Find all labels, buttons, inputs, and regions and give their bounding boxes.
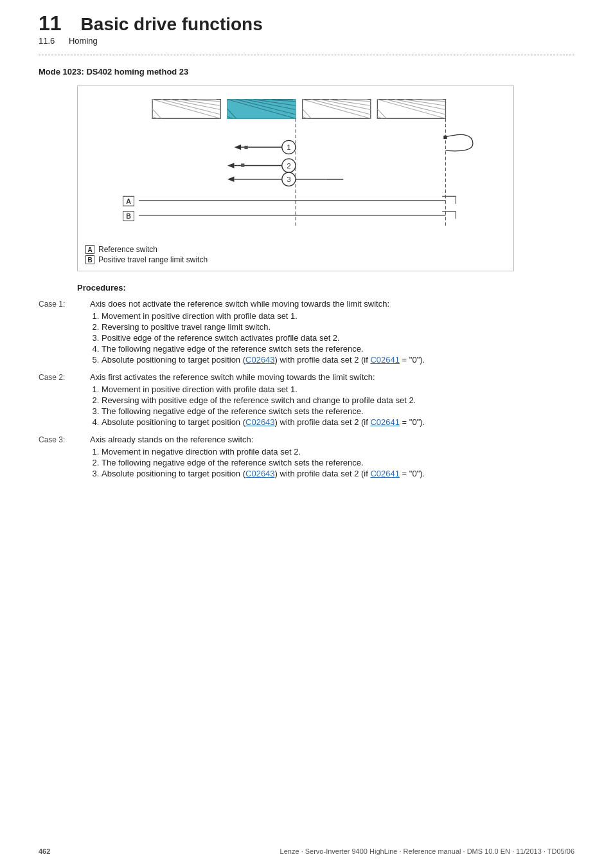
case-1-step-1: Movement in positive direction with prof… xyxy=(102,311,574,321)
cases-container: Case 1: Axis does not activate the refer… xyxy=(39,299,574,480)
procedures-title: Procedures: xyxy=(77,283,574,293)
mode-title: Mode 1023: DS402 homing method 23 xyxy=(39,67,574,77)
svg-line-19 xyxy=(303,100,371,119)
case-3-link-c02641[interactable]: C02641 xyxy=(370,469,400,478)
case-2-steps: Movement in positive direction with prof… xyxy=(90,384,574,427)
svg-line-1 xyxy=(152,100,220,119)
case-3-description: Axis already stands on the reference swi… xyxy=(90,435,574,444)
svg-line-29 xyxy=(386,100,445,114)
svg-text:1: 1 xyxy=(287,143,290,151)
section-heading: 11.6 Homing xyxy=(39,36,574,46)
diagram-legend: A Reference switch B Positive travel ran… xyxy=(84,245,507,264)
case-3-row: Case 3: Axis already stands on the refer… xyxy=(39,435,574,480)
case-1-link-c02643[interactable]: C02643 xyxy=(245,355,275,365)
case-2-label: Case 2: xyxy=(39,372,90,382)
case-1-row: Case 1: Axis does not activate the refer… xyxy=(39,299,574,366)
case-1-link-c02641[interactable]: C02641 xyxy=(370,355,400,365)
svg-marker-45 xyxy=(227,163,235,168)
section-divider xyxy=(39,55,574,55)
case-2-step-2: Reversing with positive edge of the refe… xyxy=(102,395,574,405)
case-1-description: Axis does not activate the reference swi… xyxy=(90,299,574,309)
case-1-step-2: Reversing to positive travel range limit… xyxy=(102,322,574,332)
case-3-step-1: Movement in negative direction with prof… xyxy=(102,447,574,457)
case-2-link-c02643[interactable]: C02643 xyxy=(245,417,275,427)
section-number: 11.6 xyxy=(39,36,55,46)
svg-rect-38 xyxy=(443,136,447,139)
svg-line-20 xyxy=(311,100,370,114)
case-2-link-c02641[interactable]: C02641 xyxy=(370,417,400,427)
svg-marker-40 xyxy=(234,145,241,150)
case-3-label: Case 3: xyxy=(39,435,90,444)
svg-text:B: B xyxy=(126,212,131,220)
case-2-step-4: Absolute positioning to target position … xyxy=(102,417,574,427)
legend-key-a: A xyxy=(85,245,94,254)
svg-line-2 xyxy=(161,100,220,114)
svg-text:A: A xyxy=(126,197,131,205)
case-3-step-3: Absolute positioning to target position … xyxy=(102,469,574,478)
svg-rect-46 xyxy=(241,163,244,167)
page-footer: 462 Lenze · Servo-Inverter 9400 HighLine… xyxy=(39,847,574,855)
legend-item-a: A Reference switch xyxy=(85,245,507,254)
case-1-content: Axis does not activate the reference swi… xyxy=(90,299,574,366)
svg-rect-43 xyxy=(244,146,247,149)
legend-text-b: Positive travel range limit switch xyxy=(98,255,208,264)
svg-line-28 xyxy=(377,100,445,119)
chapter-number: 11 xyxy=(39,13,62,33)
chapter-header: 11 Basic drive functions xyxy=(39,13,574,35)
case-2-description: Axis first activates the reference switc… xyxy=(90,372,574,382)
svg-marker-50 xyxy=(227,177,235,182)
diagram-container: 1 2 3 A A xyxy=(77,86,514,271)
svg-text:3: 3 xyxy=(287,175,290,183)
section-title: Homing xyxy=(69,36,98,46)
case-3-link-c02643[interactable]: C02643 xyxy=(245,469,275,478)
legend-item-b: B Positive travel range limit switch xyxy=(85,255,507,264)
case-2-step-1: Movement in positive direction with prof… xyxy=(102,384,574,394)
case-1-label: Case 1: xyxy=(39,299,90,309)
page: 11 Basic drive functions 11.6 Homing Mod… xyxy=(0,0,613,868)
case-1-step-4: The following negative edge of the refer… xyxy=(102,344,574,354)
case-3-content: Axis already stands on the reference swi… xyxy=(90,435,574,480)
case-3-steps: Movement in negative direction with prof… xyxy=(90,447,574,478)
chapter-title: Basic drive functions xyxy=(81,14,263,35)
legend-key-b: B xyxy=(85,255,94,264)
case-1-steps: Movement in positive direction with prof… xyxy=(90,311,574,365)
case-1-step-3: Positive edge of the reference switch ac… xyxy=(102,333,574,343)
case-2-row: Case 2: Axis first activates the referen… xyxy=(39,372,574,428)
diagram-svg: 1 2 3 A A xyxy=(84,93,507,242)
case-1-step-5: Absolute positioning to target position … xyxy=(102,355,574,365)
case-3-step-2: The following negative edge of the refer… xyxy=(102,458,574,467)
footer-info: Lenze · Servo-Inverter 9400 HighLine · R… xyxy=(280,847,574,855)
svg-text:2: 2 xyxy=(287,161,290,170)
legend-text-a: Reference switch xyxy=(98,245,157,254)
case-2-content: Axis first activates the reference switc… xyxy=(90,372,574,428)
page-number: 462 xyxy=(39,847,50,855)
case-2-step-3: The following negative edge of the refer… xyxy=(102,406,574,416)
